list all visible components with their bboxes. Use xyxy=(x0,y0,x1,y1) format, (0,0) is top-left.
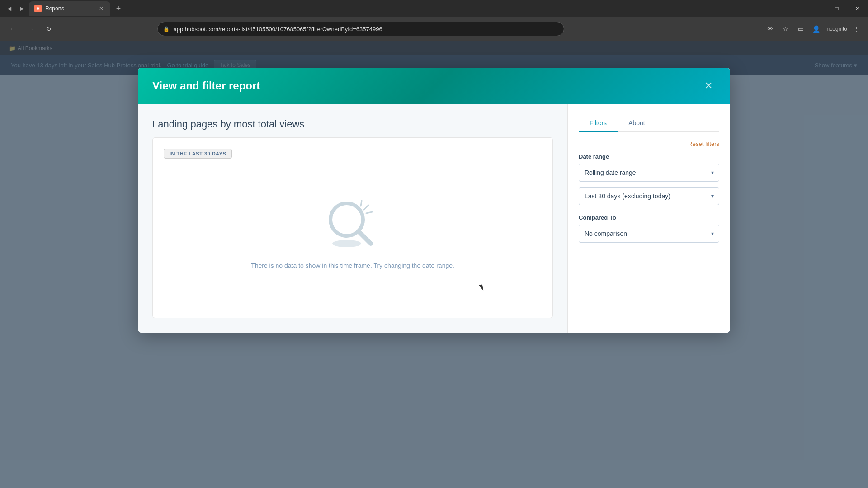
modal-header: View and filter report ✕ xyxy=(138,68,730,104)
split-view-icon[interactable]: ▭ xyxy=(794,23,807,35)
tab-nav-back[interactable]: ◀ xyxy=(4,3,14,14)
sidebar-tabs: Filters About xyxy=(579,115,719,132)
new-tab-button[interactable]: + xyxy=(112,2,125,15)
modal-close-button[interactable]: ✕ xyxy=(701,79,716,93)
reset-filters-button[interactable]: Reset filters xyxy=(688,141,719,147)
reset-filters-container: Reset filters xyxy=(579,140,719,148)
report-chart-area: IN THE LAST 30 DAYS xyxy=(152,137,553,318)
close-button[interactable]: ✕ xyxy=(847,0,868,17)
profile-icon[interactable]: 👤 xyxy=(810,23,822,35)
compared-to-section: Compared To No comparison ▾ xyxy=(579,214,719,248)
address-bar-row: ← → ↻ 🔒 app.hubspot.com/reports-list/451… xyxy=(0,17,868,41)
compared-to-label: Compared To xyxy=(579,214,719,221)
svg-point-5 xyxy=(332,240,361,247)
eye-slash-icon[interactable]: 👁 xyxy=(764,23,776,35)
empty-state-text: There is no data to show in this time fr… xyxy=(251,262,454,269)
modal-dialog: View and filter report ✕ Landing pages b… xyxy=(138,68,730,333)
svg-line-1 xyxy=(359,231,371,244)
svg-line-2 xyxy=(364,205,368,210)
no-data-illustration xyxy=(323,196,382,255)
menu-icon[interactable]: ⋮ xyxy=(850,23,863,35)
window-controls: — □ ✕ xyxy=(806,0,868,17)
minimize-button[interactable]: — xyxy=(806,0,826,17)
empty-state: There is no data to show in this time fr… xyxy=(164,159,542,307)
date-range-section: Date range Rolling date range Fixed date… xyxy=(579,153,719,211)
date-range-select[interactable]: Rolling date range Fixed date range All … xyxy=(579,164,719,182)
report-main-title: Landing pages by most total views xyxy=(152,118,553,130)
tab-about[interactable]: About xyxy=(618,115,656,132)
address-bar[interactable]: 🔒 app.hubspot.com/reports-list/45105500/… xyxy=(157,22,564,36)
browser-tab-reports[interactable]: H Reports ✕ xyxy=(29,1,110,16)
date-range-sub-select[interactable]: Last 30 days (excluding today) Last 7 da… xyxy=(579,187,719,205)
tab-nav-forward[interactable]: ▶ xyxy=(16,3,27,14)
hubspot-favicon: H xyxy=(34,5,42,12)
bookmark-star-icon[interactable]: ☆ xyxy=(779,23,792,35)
tab-close-button[interactable]: ✕ xyxy=(98,5,105,12)
svg-line-4 xyxy=(361,201,362,206)
modal-overlay: View and filter report ✕ Landing pages b… xyxy=(0,41,868,488)
incognito-label: Incognito xyxy=(825,26,847,32)
report-content-area: Landing pages by most total views IN THE… xyxy=(138,104,567,333)
date-range-label: Date range xyxy=(579,153,719,160)
svg-line-3 xyxy=(366,212,372,213)
browser-chrome: ◀ ▶ H Reports ✕ + — □ ✕ ← → ↻ 🔒 app.hubs… xyxy=(0,0,868,41)
date-range-select-wrapper: Rolling date range Fixed date range All … xyxy=(579,164,719,182)
lock-icon: 🔒 xyxy=(163,26,170,32)
reload-button[interactable]: ↻ xyxy=(42,22,56,36)
maximize-button[interactable]: □ xyxy=(826,0,847,17)
page-content: 📁 All Bookmarks You have 13 days left in… xyxy=(0,41,868,488)
compared-to-select[interactable]: No comparison xyxy=(579,225,719,243)
modal-title: View and filter report xyxy=(152,80,260,92)
tab-title: Reports xyxy=(45,5,94,12)
modal-body: Landing pages by most total views IN THE… xyxy=(138,104,730,333)
date-range-badge: IN THE LAST 30 DAYS xyxy=(164,149,232,159)
date-range-sub-select-wrapper: Last 30 days (excluding today) Last 7 da… xyxy=(579,187,719,205)
compared-to-select-wrapper: No comparison ▾ xyxy=(579,225,719,243)
tab-bar: ◀ ▶ H Reports ✕ + — □ ✕ xyxy=(0,0,868,17)
tab-filters[interactable]: Filters xyxy=(579,115,618,132)
report-sidebar: Filters About Reset filters Date range R… xyxy=(567,104,730,333)
address-bar-actions: 👁 ☆ ▭ 👤 Incognito ⋮ xyxy=(764,23,863,35)
back-nav-button[interactable]: ← xyxy=(5,22,20,36)
forward-nav-button[interactable]: → xyxy=(24,22,38,36)
url-text: app.hubspot.com/reports-list/45105500/10… xyxy=(173,26,558,33)
